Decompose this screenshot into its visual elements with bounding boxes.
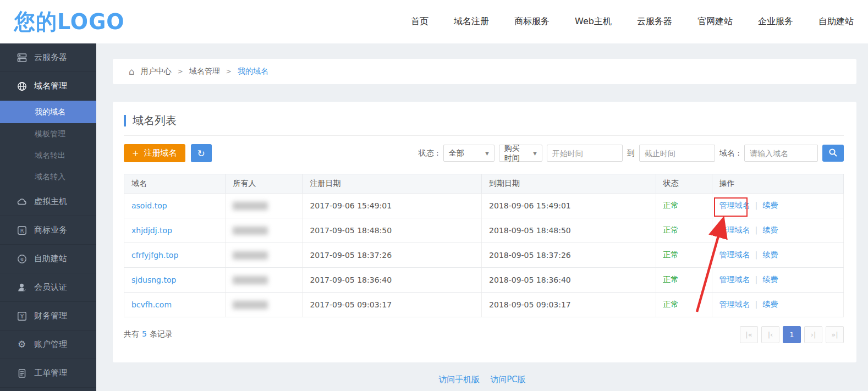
registered-date: 2017-09-06 15:49:01 xyxy=(303,194,482,218)
register-domain-button[interactable]: + 注册域名 xyxy=(124,144,185,162)
yuan-finance-icon: ¥ xyxy=(17,311,27,321)
registered-trademark-icon: R xyxy=(17,225,27,235)
page-title: 域名列表 xyxy=(133,113,177,128)
sidebar-item-member-verification[interactable]: 会员认证 xyxy=(0,273,96,302)
table-footer: 共有 5 条记录 |« |‹ 1 ›| »| xyxy=(124,325,844,344)
registered-date: 2017-09-05 18:37:26 xyxy=(303,243,482,268)
sidebar-item-cloud-server[interactable]: 云服务器 xyxy=(0,43,96,72)
record-count: 共有 5 条记录 xyxy=(124,329,173,339)
sidebar-item-label: 商标业务 xyxy=(34,225,67,235)
domain-link[interactable]: xhjdjdj.top xyxy=(131,226,172,235)
renew-link[interactable]: 续费 xyxy=(762,300,778,309)
breadcrumb-user-center[interactable]: 用户中心 xyxy=(141,67,172,76)
pagination-last-button[interactable]: »| xyxy=(826,326,844,343)
sidebar-item-finance-management[interactable]: ¥ 财务管理 xyxy=(0,302,96,331)
owner-redacted xyxy=(233,276,268,284)
svg-text:¥: ¥ xyxy=(20,313,24,320)
table-row: xhjdjdj.top 2017-09-05 18:48:50 2018-09-… xyxy=(124,218,844,243)
search-button[interactable] xyxy=(822,145,844,162)
time-type-value: 购买时间 xyxy=(504,144,526,163)
nav-cloud-server[interactable]: 云服务器 xyxy=(637,16,672,27)
manage-domain-link[interactable]: 管理域名 xyxy=(719,201,750,210)
start-time-input[interactable] xyxy=(547,145,623,162)
svg-text:R: R xyxy=(20,227,24,233)
manage-domain-link[interactable]: 管理域名 xyxy=(719,275,750,284)
breadcrumb-my-domains[interactable]: 我的域名 xyxy=(238,67,268,76)
pagination-page-1[interactable]: 1 xyxy=(783,326,801,343)
cloud-host-icon xyxy=(17,196,27,207)
expire-date: 2018-09-05 18:37:26 xyxy=(482,243,656,268)
domain-link[interactable]: sjdusng.top xyxy=(131,276,176,284)
manage-domain-link[interactable]: 管理域名 xyxy=(719,225,750,234)
sidebar-item-label: 会员认证 xyxy=(34,282,67,293)
sidebar-subitem-domain-transfer-out[interactable]: 域名转出 xyxy=(0,145,96,166)
manage-domain-link[interactable]: 管理域名 xyxy=(719,250,750,259)
nav-home[interactable]: 首页 xyxy=(411,16,428,27)
visit-pc-link[interactable]: 访问PC版 xyxy=(490,375,526,384)
owner-redacted xyxy=(233,251,268,260)
domain-list-panel: 域名列表 + 注册域名 ↻ 状态 : 全部 ▼ 购买时间 ▼ xyxy=(113,102,856,362)
owner-redacted xyxy=(233,227,268,235)
search-icon xyxy=(828,148,838,159)
renew-link[interactable]: 续费 xyxy=(762,201,778,210)
sidebar-subitem-domain-transfer-in[interactable]: 域名转入 xyxy=(0,166,96,188)
sidebar-item-label: 财务管理 xyxy=(34,311,67,321)
plus-icon: + xyxy=(132,148,139,158)
status-select[interactable]: 全部 ▼ xyxy=(443,145,495,162)
site-logo[interactable]: 您的LOGO xyxy=(14,7,125,37)
refresh-button[interactable]: ↻ xyxy=(191,144,212,162)
status-select-value: 全部 xyxy=(449,148,464,158)
action-separator: | xyxy=(755,250,758,259)
sidebar: 云服务器 域名管理 我的域名 模板管理 域名转出 域名转入 虚拟主机 R xyxy=(0,43,96,391)
renew-link[interactable]: 续费 xyxy=(762,275,778,284)
gear-icon: ⚙ xyxy=(17,339,27,350)
sidebar-item-domain-management[interactable]: 域名管理 xyxy=(0,72,96,101)
sidebar-item-trademark-business[interactable]: R 商标业务 xyxy=(0,216,96,245)
domain-filter-label: 域名 : xyxy=(719,148,740,158)
sidebar-item-label: 域名管理 xyxy=(34,81,67,91)
nav-website-build[interactable]: 官网建站 xyxy=(697,16,733,27)
sidebar-subitem-label: 模板管理 xyxy=(35,129,65,139)
sidebar-subitem-label: 我的域名 xyxy=(35,107,65,117)
domain-link[interactable]: asoid.top xyxy=(131,201,167,210)
nav-trademark-service[interactable]: 商标服务 xyxy=(514,16,550,27)
title-divider xyxy=(124,135,844,136)
member-person-icon xyxy=(17,282,27,293)
renew-link[interactable]: 续费 xyxy=(762,225,778,234)
domain-link[interactable]: cfrfyjfgh.top xyxy=(131,251,178,260)
pagination-first-button[interactable]: |« xyxy=(740,326,758,343)
domain-link[interactable]: bcvfh.com xyxy=(131,300,172,309)
status-badge: 正常 xyxy=(663,275,679,284)
sidebar-item-label: 工单管理 xyxy=(34,368,67,378)
nav-enterprise-service[interactable]: 企业服务 xyxy=(758,16,793,27)
end-time-input[interactable] xyxy=(639,145,715,162)
action-separator: | xyxy=(755,300,758,309)
breadcrumb-domain-management[interactable]: 域名管理 xyxy=(189,67,220,76)
sidebar-subitem-template-management[interactable]: 模板管理 xyxy=(0,123,96,145)
refresh-icon: ↻ xyxy=(197,148,205,159)
manage-domain-link[interactable]: 管理域名 xyxy=(719,300,750,309)
visit-mobile-link[interactable]: 访问手机版 xyxy=(438,375,480,384)
sidebar-subitem-label: 域名转出 xyxy=(35,151,65,161)
sidebar-item-virtual-host[interactable]: 虚拟主机 xyxy=(0,188,96,216)
sidebar-item-account-management[interactable]: ⚙ 账户管理 xyxy=(0,331,96,359)
sidebar-item-work-order-management[interactable]: 工单管理 xyxy=(0,359,96,388)
sidebar-subitem-my-domains[interactable]: 我的域名 xyxy=(0,101,96,123)
sidebar-item-self-build-site[interactable]: e 自助建站 xyxy=(0,245,96,273)
nav-domain-register[interactable]: 域名注册 xyxy=(454,16,489,27)
domain-search-input[interactable] xyxy=(744,145,818,162)
nav-self-build[interactable]: 自助建站 xyxy=(818,16,854,27)
renew-link[interactable]: 续费 xyxy=(762,250,778,259)
col-header-domain: 域名 xyxy=(124,174,226,194)
pagination-prev-button[interactable]: |‹ xyxy=(761,326,779,343)
table-row: bcvfh.com 2017-09-05 09:03:17 2018-09-05… xyxy=(124,293,844,317)
status-badge: 正常 xyxy=(663,300,679,309)
pagination-next-button[interactable]: ›| xyxy=(804,326,822,343)
col-header-status: 状态 xyxy=(656,174,712,194)
nav-web-hosting[interactable]: Web主机 xyxy=(575,16,612,27)
filter-bar: 状态 : 全部 ▼ 购买时间 ▼ 到 域名 : xyxy=(419,145,844,162)
toolbar: + 注册域名 ↻ 状态 : 全部 ▼ 购买时间 ▼ 到 域名 : xyxy=(124,144,844,162)
record-count-suffix: 条记录 xyxy=(150,329,173,339)
status-badge: 正常 xyxy=(663,225,679,234)
time-type-select[interactable]: 购买时间 ▼ xyxy=(499,145,542,162)
